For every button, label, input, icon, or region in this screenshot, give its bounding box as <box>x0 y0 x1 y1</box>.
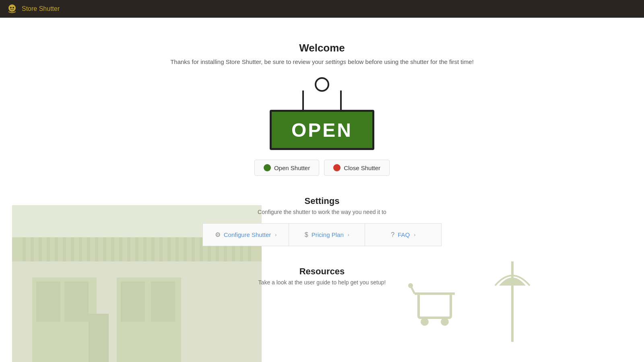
faq-label: FAQ <box>398 231 410 238</box>
app-header: Store Shutter <box>0 0 644 18</box>
svg-point-2 <box>12 7 14 8</box>
configure-shutter-card[interactable]: ⚙ Configure Shutter › <box>202 223 289 246</box>
close-status-dot <box>333 164 341 171</box>
page-content: Welcome Thanks for installing Store Shut… <box>0 18 644 294</box>
chevron-right-icon-2: › <box>348 232 349 238</box>
question-icon: ? <box>391 231 394 239</box>
sign-rod-right <box>340 90 342 111</box>
chevron-right-icon: › <box>275 232 277 238</box>
sign-hanger: OPEN <box>270 77 374 150</box>
app-title: Store Shutter <box>22 5 60 12</box>
sign-circle <box>315 77 329 92</box>
app-logo <box>6 3 18 14</box>
shutter-buttons: Open Shutter Close Shutter <box>254 160 390 176</box>
svg-point-0 <box>8 4 16 12</box>
svg-point-1 <box>10 7 12 8</box>
open-status-dot <box>264 164 271 171</box>
pricing-plan-label: Pricing Plan <box>312 231 344 238</box>
chevron-right-icon-3: › <box>414 232 415 238</box>
settings-section: Settings Configure the shutter to work t… <box>258 196 386 215</box>
sign-rod-left <box>302 90 304 111</box>
svg-point-46 <box>421 318 429 326</box>
close-shutter-button[interactable]: Close Shutter <box>324 160 390 176</box>
open-shutter-label: Open Shutter <box>274 165 310 171</box>
svg-rect-41 <box>89 314 109 362</box>
resources-section: Resources Take a look at the user guide … <box>258 266 386 286</box>
dollar-icon: $ <box>305 231 308 239</box>
resources-title: Resources <box>258 266 386 277</box>
settings-subtitle: Configure the shutter to work the way yo… <box>258 209 386 215</box>
gear-icon: ⚙ <box>215 231 221 239</box>
close-shutter-label: Close Shutter <box>344 165 380 171</box>
sign-text: OPEN <box>291 119 353 141</box>
main-content: Welcome Thanks for installing Store Shut… <box>0 18 644 362</box>
svg-rect-42 <box>419 294 451 318</box>
action-cards: ⚙ Configure Shutter › $ Pricing Plan › ?… <box>202 223 442 246</box>
settings-title: Settings <box>258 196 386 206</box>
welcome-subtitle: Thanks for installing Store Shutter, be … <box>170 58 474 65</box>
resources-subtitle: Take a look at the user guide to help ge… <box>258 279 386 286</box>
welcome-title: Welcome <box>299 42 345 54</box>
faq-card[interactable]: ? FAQ › <box>365 223 442 246</box>
svg-point-47 <box>441 318 449 326</box>
pricing-plan-card[interactable]: $ Pricing Plan › <box>289 223 365 246</box>
open-sign: OPEN <box>270 77 374 150</box>
configure-shutter-label: Configure Shutter <box>224 231 271 238</box>
open-shutter-button[interactable]: Open Shutter <box>254 160 319 176</box>
sign-board: OPEN <box>270 110 374 150</box>
